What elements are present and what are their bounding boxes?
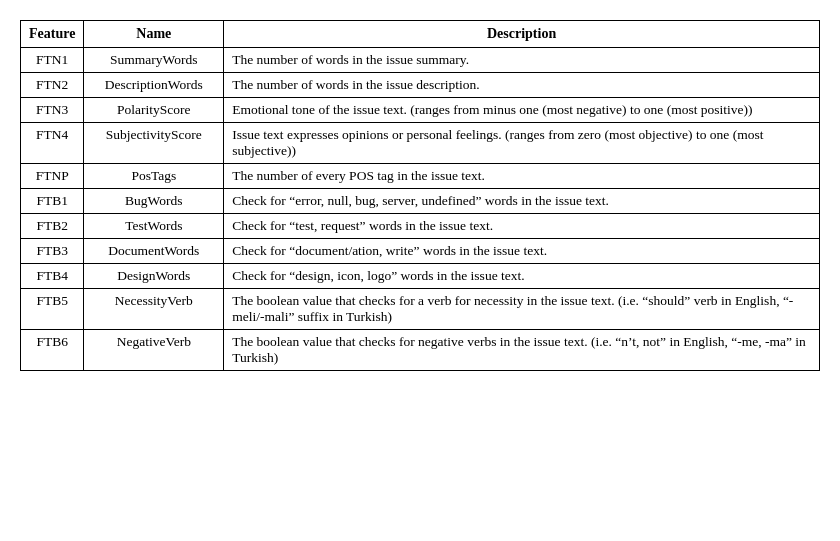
cell-feature: FTB6: [21, 330, 84, 371]
table-row: FTN3PolarityScoreEmotional tone of the i…: [21, 98, 820, 123]
cell-name: PosTags: [84, 164, 224, 189]
table-row: FTN4SubjectivityScoreIssue text expresse…: [21, 123, 820, 164]
cell-feature: FTB1: [21, 189, 84, 214]
cell-feature: FTN3: [21, 98, 84, 123]
table-row: FTB5NecessityVerbThe boolean value that …: [21, 289, 820, 330]
table-row: FTB2TestWordsCheck for “test, request” w…: [21, 214, 820, 239]
cell-description: The number of every POS tag in the issue…: [224, 164, 820, 189]
cell-name: NecessityVerb: [84, 289, 224, 330]
cell-description: The boolean value that checks for negati…: [224, 330, 820, 371]
header-name: Name: [84, 21, 224, 48]
cell-name: DesignWords: [84, 264, 224, 289]
cell-feature: FTB5: [21, 289, 84, 330]
cell-feature: FTN4: [21, 123, 84, 164]
cell-feature: FTNP: [21, 164, 84, 189]
cell-description: Check for “error, null, bug, server, und…: [224, 189, 820, 214]
cell-description: Issue text expresses opinions or persona…: [224, 123, 820, 164]
cell-name: BugWords: [84, 189, 224, 214]
table-row: FTB3DocumentWordsCheck for “document/ati…: [21, 239, 820, 264]
cell-name: SubjectivityScore: [84, 123, 224, 164]
table-row: FTNPPosTagsThe number of every POS tag i…: [21, 164, 820, 189]
cell-description: Check for “design, icon, logo” words in …: [224, 264, 820, 289]
table-header-row: Feature Name Description: [21, 21, 820, 48]
cell-description: The boolean value that checks for a verb…: [224, 289, 820, 330]
table-row: FTB6NegativeVerbThe boolean value that c…: [21, 330, 820, 371]
cell-feature: FTB4: [21, 264, 84, 289]
cell-description: Check for “test, request” words in the i…: [224, 214, 820, 239]
table-row: FTB4DesignWordsCheck for “design, icon, …: [21, 264, 820, 289]
cell-feature: FTN1: [21, 48, 84, 73]
cell-name: DescriptionWords: [84, 73, 224, 98]
cell-name: TestWords: [84, 214, 224, 239]
table-row: FTN1SummaryWordsThe number of words in t…: [21, 48, 820, 73]
table-row: FTN2DescriptionWordsThe number of words …: [21, 73, 820, 98]
table-row: FTB1BugWordsCheck for “error, null, bug,…: [21, 189, 820, 214]
cell-name: SummaryWords: [84, 48, 224, 73]
header-description: Description: [224, 21, 820, 48]
cell-feature: FTN2: [21, 73, 84, 98]
table-container: Feature Name Description FTN1SummaryWord…: [20, 20, 820, 371]
cell-name: DocumentWords: [84, 239, 224, 264]
cell-description: Emotional tone of the issue text. (range…: [224, 98, 820, 123]
cell-feature: FTB2: [21, 214, 84, 239]
cell-description: The number of words in the issue summary…: [224, 48, 820, 73]
cell-description: The number of words in the issue descrip…: [224, 73, 820, 98]
features-table: Feature Name Description FTN1SummaryWord…: [20, 20, 820, 371]
cell-name: NegativeVerb: [84, 330, 224, 371]
header-feature: Feature: [21, 21, 84, 48]
cell-feature: FTB3: [21, 239, 84, 264]
cell-description: Check for “document/ation, write” words …: [224, 239, 820, 264]
cell-name: PolarityScore: [84, 98, 224, 123]
